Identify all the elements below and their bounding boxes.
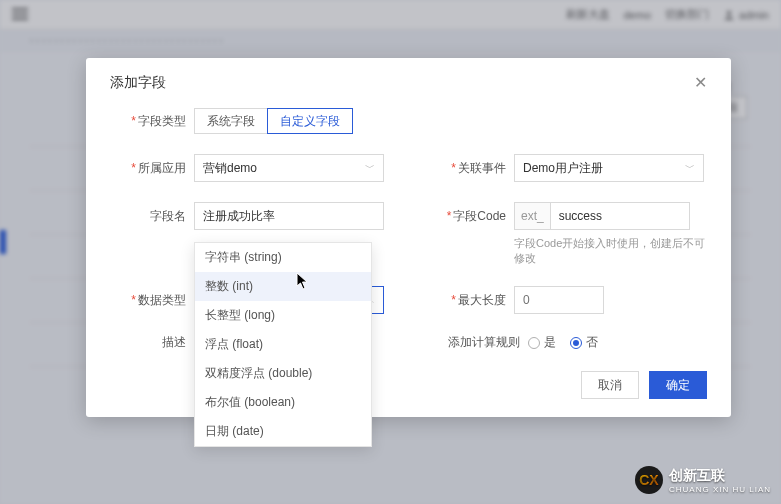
label-name: 字段名 bbox=[110, 208, 186, 225]
modal-title: 添加字段 bbox=[110, 74, 166, 92]
max-length-input[interactable] bbox=[514, 286, 604, 314]
field-type-group: 系统字段 自定义字段 bbox=[194, 108, 353, 134]
rule-yes-radio[interactable]: 是 bbox=[528, 334, 556, 351]
chevron-down-icon: ﹀ bbox=[365, 161, 375, 175]
label-event: 关联事件 bbox=[430, 160, 506, 177]
label-field-type: 字段类型 bbox=[110, 113, 186, 130]
radio-icon bbox=[528, 337, 540, 349]
label-app: 所属应用 bbox=[110, 160, 186, 177]
add-field-modal: 添加字段 ✕ 字段类型 系统字段 自定义字段 所属应用 营销demo ﹀ bbox=[86, 58, 731, 417]
ok-button[interactable]: 确定 bbox=[649, 371, 707, 399]
field-type-custom[interactable]: 自定义字段 bbox=[267, 108, 353, 134]
dropdown-option[interactable]: 长整型 (long) bbox=[195, 301, 371, 330]
label-desc: 描述 bbox=[110, 334, 186, 351]
dropdown-option[interactable]: 字符串 (string) bbox=[195, 243, 371, 272]
app-select[interactable]: 营销demo ﹀ bbox=[194, 154, 384, 182]
brand-logo: CX 创新互联 CHUANG XIN HU LIAN bbox=[635, 466, 771, 494]
field-type-system[interactable]: 系统字段 bbox=[194, 108, 268, 134]
brand-sub: CHUANG XIN HU LIAN bbox=[669, 485, 771, 494]
code-hint: 字段Code开始接入时使用，创建后不可修改 bbox=[514, 236, 707, 266]
label-max-len: 最大长度 bbox=[430, 292, 506, 309]
chevron-down-icon: ﹀ bbox=[685, 161, 695, 175]
dropdown-option[interactable]: 双精度浮点 (double) bbox=[195, 359, 371, 388]
rule-no-radio[interactable]: 否 bbox=[570, 334, 598, 351]
radio-icon bbox=[570, 337, 582, 349]
dropdown-option[interactable]: 整数 (int) bbox=[195, 272, 371, 301]
label-data-type: 数据类型 bbox=[110, 292, 186, 309]
field-code-input[interactable] bbox=[550, 202, 690, 230]
cancel-button[interactable]: 取消 bbox=[581, 371, 639, 399]
label-code: 字段Code bbox=[430, 208, 506, 225]
dropdown-option[interactable]: 布尔值 (boolean) bbox=[195, 388, 371, 417]
event-select[interactable]: Demo用户注册 ﹀ bbox=[514, 154, 704, 182]
event-select-value: Demo用户注册 bbox=[523, 160, 603, 177]
app-select-value: 营销demo bbox=[203, 160, 257, 177]
data-type-dropdown: 字符串 (string) 整数 (int) 长整型 (long) 浮点 (flo… bbox=[194, 242, 372, 447]
dropdown-option[interactable]: 浮点 (float) bbox=[195, 330, 371, 359]
field-name-input[interactable] bbox=[194, 202, 384, 230]
dropdown-option[interactable]: 日期 (date) bbox=[195, 417, 371, 446]
close-icon[interactable]: ✕ bbox=[694, 75, 707, 91]
code-prefix: ext_ bbox=[514, 202, 550, 230]
brand-name: 创新互联 bbox=[669, 467, 725, 483]
label-add-rule: 添加计算规则 bbox=[430, 334, 520, 351]
